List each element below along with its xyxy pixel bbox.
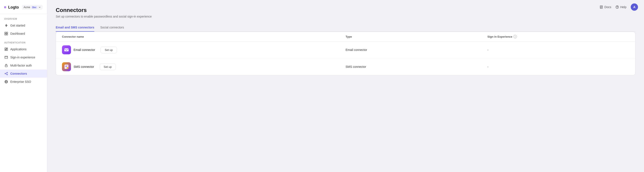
email-icon (64, 47, 69, 52)
enterprise-sso-icon (4, 80, 8, 84)
overview-section-label: OVERVIEW (0, 14, 47, 21)
svg-rect-13 (5, 65, 7, 67)
email-connector-type: Email connector (346, 48, 488, 52)
svg-rect-8 (6, 48, 8, 49)
sign-in-icon (4, 55, 8, 59)
sms-icon: S (64, 64, 69, 69)
sidebar-item-sign-in-experience[interactable]: Sign-in experience (0, 53, 47, 61)
help-label: Help (620, 5, 626, 9)
svg-line-18 (6, 74, 7, 74)
logo-icon (4, 4, 6, 11)
help-button[interactable]: Help (616, 5, 626, 9)
chevron-down-icon (38, 6, 41, 8)
sidebar-item-mfa-label: Multi-factor auth (10, 64, 32, 67)
docs-label: Docs (604, 5, 611, 9)
svg-point-16 (7, 74, 8, 75)
table-row: S SMS connector Set up SMS connector - (56, 58, 635, 75)
email-connector-setup-button[interactable]: Set up (100, 47, 117, 53)
sidebar-item-applications[interactable]: Applications (0, 45, 47, 53)
lock-icon (4, 64, 8, 67)
svg-rect-30 (66, 66, 68, 66)
sidebar-item-enterprise-sso-label: Enterprise SSO (10, 80, 31, 83)
sms-connector-sign-in: - (488, 65, 630, 68)
doc-icon (600, 5, 603, 9)
sidebar-item-get-started[interactable]: Get started (0, 21, 47, 29)
svg-point-27 (617, 8, 618, 8)
sidebar-item-dashboard[interactable]: Dashboard (0, 29, 47, 38)
email-connector-name: Email connector (74, 48, 95, 52)
tab-social[interactable]: Social connectors (100, 23, 124, 32)
layout: Logto Acme Dev OVERVIEW Get started (0, 0, 644, 172)
header-sign-in-experience: Sign in Experience i (488, 35, 630, 38)
table-row: Email connector Set up Email connector - (56, 41, 635, 58)
sidebar-item-applications-label: Applications (10, 47, 26, 51)
svg-rect-10 (5, 50, 6, 51)
connectors-table: Connector name Type Sign in Experience i (56, 32, 636, 75)
svg-rect-6 (6, 34, 8, 35)
sms-connector-cell: S SMS connector Set up (62, 62, 346, 71)
tenant-selector[interactable]: Acme Dev (22, 5, 43, 10)
page-subtitle: Set up connectors to enable passwordless… (56, 15, 636, 18)
help-icon (616, 5, 619, 9)
sms-connector-icon: S (62, 62, 71, 71)
main-content: Docs Help A Connectors Set up connectors… (47, 0, 644, 172)
email-connector-icon (62, 45, 71, 54)
docs-button[interactable]: Docs (600, 5, 611, 9)
svg-rect-5 (5, 34, 6, 35)
sidebar-item-connectors-label: Connectors (10, 72, 27, 75)
svg-point-14 (5, 73, 6, 74)
sms-connector-type: SMS connector (346, 65, 488, 68)
tenant-name: Acme (24, 6, 30, 9)
applications-icon (4, 47, 8, 51)
svg-rect-9 (6, 49, 8, 51)
logo-area: Logto Acme Dev (0, 0, 47, 14)
svg-text:S: S (67, 68, 68, 69)
dashboard-icon (4, 32, 8, 35)
svg-rect-4 (6, 32, 8, 33)
connectors-icon (4, 72, 8, 76)
logo-text: Logto (8, 5, 19, 10)
bolt-icon (4, 23, 8, 27)
sign-in-experience-info-icon[interactable]: i (514, 35, 517, 38)
svg-rect-2 (5, 7, 5, 7)
svg-rect-11 (5, 56, 8, 59)
header-type: Type (346, 35, 488, 38)
sidebar: Logto Acme Dev OVERVIEW Get started (0, 0, 47, 172)
topbar-right: Docs Help A (594, 0, 644, 14)
svg-point-15 (7, 72, 8, 73)
header-connector-name: Connector name (62, 35, 346, 38)
svg-rect-28 (64, 48, 68, 51)
sidebar-item-get-started-label: Get started (10, 24, 25, 27)
authentication-section-label: AUTHENTICATION (0, 38, 47, 45)
email-connector-cell: Email connector Set up (62, 45, 346, 54)
svg-line-17 (6, 73, 7, 73)
table-header: Connector name Type Sign in Experience i (56, 32, 635, 41)
sidebar-item-dashboard-label: Dashboard (10, 32, 25, 35)
page-title: Connectors (56, 7, 636, 13)
sidebar-item-connectors[interactable]: Connectors (0, 70, 47, 78)
email-connector-sign-in: - (488, 48, 630, 52)
avatar[interactable]: A (631, 3, 638, 11)
tabs-bar: Email and SMS connectors Social connecto… (56, 23, 636, 32)
svg-rect-31 (66, 67, 67, 67)
sms-connector-name: SMS connector (74, 65, 94, 68)
tab-email-sms[interactable]: Email and SMS connectors (56, 23, 94, 32)
tenant-env-tag: Dev (31, 6, 37, 9)
svg-rect-3 (5, 32, 6, 33)
sms-connector-setup-button[interactable]: Set up (100, 64, 116, 70)
svg-rect-7 (5, 48, 6, 49)
sidebar-item-sign-in-label: Sign-in experience (10, 56, 35, 59)
sidebar-item-mfa[interactable]: Multi-factor auth (0, 61, 47, 70)
sidebar-item-enterprise-sso[interactable]: Enterprise SSO (0, 78, 47, 86)
